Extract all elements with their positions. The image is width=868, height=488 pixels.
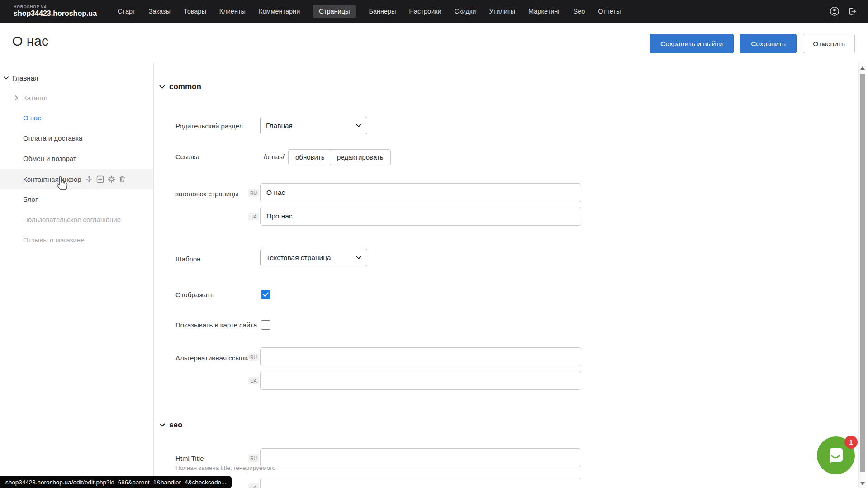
parent-section-label: Родительский раздел (175, 122, 243, 130)
save-and-exit-button[interactable]: Сохранить и выйти (650, 34, 734, 53)
tree-item-actions (85, 175, 126, 183)
tree-item-label: Блог (23, 195, 38, 203)
page-title-ru-input[interactable] (260, 183, 581, 202)
lang-badge-ua: UA (248, 213, 259, 220)
page-title-ua-input[interactable] (260, 207, 581, 226)
tree-item-label: Каталог (23, 94, 48, 102)
tree-item-obmen[interactable]: Обмен и возврат (0, 148, 153, 168)
template-label: Шаблон (175, 255, 201, 263)
page: HOROSHOP V4 shop34423.horoshop.ua Старт … (0, 0, 868, 488)
page-edit-form: common Родительский раздел Главная Ссылк… (154, 62, 858, 488)
logo-version: HOROSHOP V4 (14, 5, 97, 9)
pages-tree-sidebar: Главная Каталог О нас Оплата и доставка … (0, 62, 154, 488)
selected-value: Главная (266, 122, 293, 130)
lang-badge-ua: UA (248, 377, 259, 384)
vertical-scrollbar[interactable] (858, 62, 866, 488)
user-icon[interactable] (830, 6, 840, 16)
tree-item-oplata[interactable]: Оплата и доставка (0, 128, 153, 148)
add-icon[interactable] (96, 175, 104, 183)
link-label: Ссылка (175, 153, 199, 161)
alt-link-ua-input[interactable] (260, 371, 581, 390)
chevron-down-icon (356, 124, 361, 127)
tree-item-label: Оплата и доставка (23, 134, 82, 142)
tree-item-katalog[interactable]: Каталог (0, 88, 153, 108)
display-checkbox-checked[interactable] (261, 290, 270, 299)
sitemap-label: Показывать в карте сайта (175, 321, 257, 329)
scrollbar-thumb[interactable] (860, 74, 865, 472)
selected-value: Текстовая страница (266, 254, 331, 262)
tree-item-otzyvy[interactable]: Отзывы о магазине (0, 230, 153, 250)
check-icon (263, 292, 269, 297)
nav-menu: Старт Заказы Товары Клиенты Комментарии … (118, 5, 621, 18)
tree-item-blog[interactable]: Блог (0, 189, 153, 209)
chevron-right-icon[interactable] (15, 95, 18, 100)
alt-link-ru-input[interactable] (260, 347, 581, 366)
header-buttons: Сохранить и выйти Сохранить Отменить (650, 34, 855, 53)
page-header: О нас Сохранить и выйти Сохранить Отмени… (0, 23, 868, 62)
chat-notification-badge: 1 (844, 436, 858, 449)
chevron-down-icon (356, 256, 361, 259)
html-title-ua-input[interactable] (260, 478, 581, 488)
nav-item-settings[interactable]: Настройки (409, 5, 441, 18)
parent-section-select[interactable]: Главная (260, 117, 367, 134)
sitemap-checkbox-unchecked[interactable] (261, 320, 270, 330)
move-icon[interactable] (85, 175, 93, 183)
logout-icon[interactable] (847, 6, 857, 16)
page-title-label: заголовок страницы (175, 190, 239, 198)
section-title: common (169, 82, 201, 91)
html-title-ru-input[interactable] (260, 448, 581, 467)
nav-item-banners[interactable]: Баннеры (369, 5, 396, 18)
tree-item-kontaktnaya-hovered[interactable]: Контактная инфор (0, 169, 153, 189)
section-header-seo[interactable]: seo (159, 421, 182, 430)
nav-item-discounts[interactable]: Скидки (455, 5, 476, 18)
link-edit-button[interactable]: редактировать (330, 149, 391, 165)
chevron-down-icon (159, 85, 165, 89)
tree-item-label: Отзывы о магазине (23, 236, 84, 244)
tree-item-label: Обмен и возврат (23, 155, 76, 162)
tree-item-o-nas-selected[interactable]: О нас (0, 108, 153, 128)
cancel-button[interactable]: Отменить (803, 34, 855, 53)
nav-item-utilities[interactable]: Утилиты (489, 5, 515, 18)
nav-item-marketing[interactable]: Маркетинг (528, 5, 560, 18)
scroll-up-arrow-icon[interactable] (860, 66, 865, 70)
link-path: /o-nas/ (264, 153, 285, 161)
nav-item-start[interactable]: Старт (118, 5, 135, 18)
scroll-down-arrow-icon[interactable] (860, 482, 865, 485)
tree-item-soglashenie[interactable]: Пользовательское соглашение (0, 209, 153, 229)
lang-badge-ru: RU (248, 189, 259, 197)
tree-item-label: О нас (23, 114, 41, 122)
lang-badge-ru: RU (248, 454, 259, 462)
nav-item-pages-active[interactable]: Страницы (313, 5, 356, 18)
settings-icon[interactable] (108, 175, 115, 183)
section-header-common[interactable]: common (159, 82, 201, 91)
nav-item-clients[interactable]: Клиенты (219, 5, 246, 18)
tree-item-label: Пользовательское соглашение (23, 216, 121, 223)
chevron-down-icon (159, 423, 165, 427)
template-select[interactable]: Текстовая страница (260, 249, 367, 266)
alt-link-label: Альтернативная ссылка (175, 354, 251, 362)
delete-icon[interactable] (119, 175, 126, 183)
link-refresh-button[interactable]: обновить (288, 149, 332, 165)
nav-item-orders[interactable]: Заказы (148, 5, 170, 18)
save-button[interactable]: Сохранить (740, 34, 797, 53)
lang-badge-ru: RU (248, 353, 259, 361)
page-title: О нас (12, 33, 48, 49)
status-url-tooltip: shop34423.horoshop.ua/edit/edit.php?id=6… (0, 476, 232, 488)
tree-item-label: Контактная инфор (23, 175, 81, 183)
section-title: seo (169, 421, 182, 430)
nav-item-reports[interactable]: Отчеты (598, 5, 621, 18)
logo[interactable]: HOROSHOP V4 shop34423.horoshop.ua (14, 5, 97, 17)
html-title-label: Html Title (175, 455, 204, 462)
nav-item-comments[interactable]: Комментарии (259, 5, 300, 18)
nav-item-seo[interactable]: Seo (574, 5, 585, 18)
chevron-down-icon[interactable] (4, 76, 9, 80)
logo-domain: shop34423.horoshop.ua (14, 9, 97, 18)
nav-item-products[interactable]: Товары (184, 5, 206, 18)
chat-bubble-icon (826, 445, 846, 465)
tree-item-label: Главная (12, 74, 38, 82)
tree-item-glavnaya[interactable]: Главная (0, 68, 153, 88)
top-nav: HOROSHOP V4 shop34423.horoshop.ua Старт … (0, 0, 868, 23)
nav-right-icons (830, 6, 857, 16)
display-label: Отображать (175, 291, 214, 298)
lang-badge-ua: UA (248, 483, 259, 488)
